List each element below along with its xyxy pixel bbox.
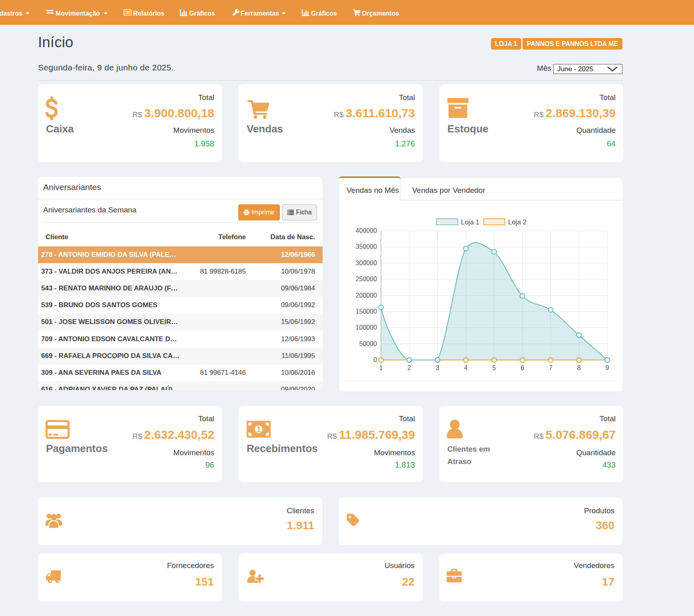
- svg-text:6: 6: [520, 364, 524, 371]
- svg-text:2: 2: [407, 364, 411, 371]
- svg-text:150000: 150000: [356, 308, 377, 315]
- svg-text:3: 3: [436, 364, 439, 371]
- svg-text:350000: 350000: [356, 243, 377, 250]
- svg-text:7: 7: [549, 364, 552, 371]
- svg-text:100000: 100000: [356, 324, 377, 331]
- svg-text:50000: 50000: [359, 340, 377, 347]
- svg-text:0: 0: [373, 356, 377, 363]
- svg-text:1: 1: [256, 425, 261, 434]
- svg-text:400000: 400000: [356, 227, 377, 234]
- svg-text:250000: 250000: [356, 276, 377, 282]
- svg-text:8: 8: [577, 364, 581, 371]
- svg-text:Loja 2: Loja 2: [508, 218, 526, 226]
- svg-text:4: 4: [464, 364, 468, 371]
- svg-text:9: 9: [606, 364, 609, 371]
- svg-text:1: 1: [379, 364, 383, 371]
- svg-text:200000: 200000: [356, 292, 377, 299]
- svg-text:300000: 300000: [356, 260, 377, 266]
- svg-text:5: 5: [493, 364, 496, 371]
- svg-text:Loja 1: Loja 1: [461, 218, 479, 226]
